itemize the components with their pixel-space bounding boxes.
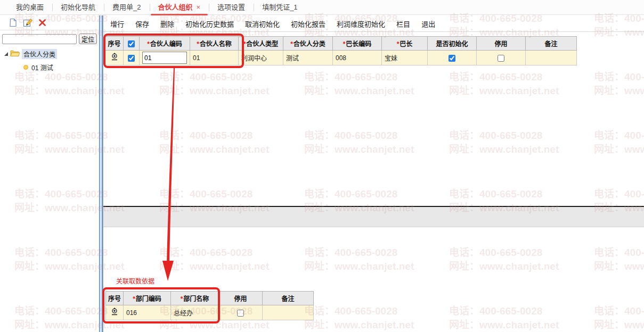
required-asterisk: * [343, 40, 346, 48]
column-header: *部门编码 [124, 292, 171, 305]
cell-text-input[interactable] [142, 52, 187, 64]
cell-text[interactable]: 测试 [283, 51, 333, 65]
tree-node-root[interactable]: 合伙人分类 [4, 49, 99, 59]
row-checkbox[interactable] [128, 55, 135, 62]
edit-icon[interactable] [23, 18, 33, 27]
row-checkbox[interactable] [498, 55, 504, 62]
table-row: 016总经办 [106, 305, 314, 320]
column-header: 序号 [106, 292, 124, 305]
column-header: 停用 [477, 37, 526, 51]
cell-text[interactable] [263, 305, 314, 320]
app-window: 我的桌面初始化导航费用单_2合伙人组织×选项设置填制凭证_1 定位 合伙 [0, 0, 644, 332]
row-checkbox[interactable] [449, 55, 455, 62]
tab-label: 填制凭证_1 [262, 3, 297, 11]
locate-button[interactable]: 定位 [79, 34, 97, 44]
select-all-checkbox[interactable] [128, 40, 135, 47]
cell-checkbox[interactable] [477, 51, 526, 65]
column-header: *部门名称 [171, 292, 219, 305]
column-header: 是否初始化 [428, 37, 477, 51]
required-asterisk: * [290, 40, 293, 48]
new-document-icon[interactable] [9, 18, 18, 27]
required-asterisk: * [397, 40, 400, 48]
grid-scrollbar-track[interactable] [103, 207, 644, 227]
locate-icon [110, 308, 119, 316]
tree-node-child[interactable]: 01 测试 [23, 63, 99, 72]
tree-search-input[interactable] [2, 34, 77, 44]
grid-bottom-border [103, 206, 644, 207]
toolbar-button-5[interactable]: 取消初始化 [245, 19, 280, 29]
column-header: *合伙人编码 [140, 37, 190, 51]
column-header: *巴长编码 [333, 37, 382, 51]
tab-bar: 我的桌面初始化导航费用单_2合伙人组织×选项设置填制凭证_1 [0, 0, 644, 15]
tab-label: 费用单_2 [112, 3, 141, 11]
required-asterisk: * [133, 295, 135, 303]
partner-grid: 序号*合伙人编码*合伙人名称*合伙人类型*合伙人分类*巴长编码*巴长是否初始化停… [105, 36, 577, 65]
annotation-label: 关联取数依据 [116, 276, 154, 285]
tab-label: 选项设置 [217, 3, 245, 11]
cell-checkbox[interactable] [428, 51, 477, 65]
toolbar-button-8[interactable]: 栏目 [396, 19, 410, 29]
cell-text[interactable]: 008 [333, 51, 382, 65]
toolbar-button-4[interactable]: 初始化历史数据 [185, 19, 234, 29]
sidebar: 定位 合伙人分类 01 测试 [0, 15, 99, 332]
tab-3[interactable]: 费用单_2 [104, 0, 149, 15]
tree-root-label: 合伙人分类 [22, 49, 57, 59]
column-header: *合伙人名称 [190, 37, 239, 51]
cell-text[interactable]: 利润中心 [239, 51, 283, 65]
delete-icon[interactable] [38, 19, 46, 27]
toolbar-button-7[interactable]: 利润维度初始化 [337, 19, 385, 29]
locate-icon [110, 53, 119, 61]
required-asterisk: * [147, 40, 150, 48]
toolbar-button-1[interactable]: 增行 [110, 19, 124, 29]
column-header: *合伙人类型 [239, 37, 283, 51]
tab-label: 合伙人组织 [158, 3, 193, 11]
column-header: 备注 [263, 292, 314, 305]
row-checkbox[interactable] [237, 310, 244, 317]
tab-5[interactable]: 选项设置 [209, 0, 254, 15]
toolbar-button-9[interactable]: 退出 [421, 19, 435, 29]
tree-search-bar: 定位 [0, 30, 99, 45]
row-locate-cell[interactable] [105, 51, 124, 65]
sidebar-toolbar [0, 15, 99, 30]
required-asterisk: * [243, 40, 246, 48]
tree-children: 01 测试 [4, 63, 99, 72]
cell-text[interactable]: 宝妹 [382, 51, 428, 65]
folder-icon [10, 49, 20, 59]
toolbar-button-6[interactable]: 初始化报告 [291, 19, 325, 29]
column-header: *巴长 [382, 37, 428, 51]
required-asterisk: * [181, 295, 183, 303]
column-header: 序号 [105, 37, 124, 51]
tab-label: 初始化导航 [61, 3, 95, 11]
select-all-header [124, 37, 140, 51]
tree-child-label: 01 测试 [31, 63, 53, 72]
cell-editor[interactable] [140, 51, 190, 65]
tab-2[interactable]: 初始化导航 [52, 0, 104, 15]
cell-text[interactable]: 总经办 [171, 305, 219, 320]
column-header: 备注 [526, 37, 577, 51]
column-header: *合伙人分类 [283, 37, 333, 51]
tab-4[interactable]: 合伙人组织× [150, 0, 209, 15]
table-row: 01利润中心测试008宝妹 [105, 51, 577, 65]
tree-leaf-icon [23, 65, 28, 70]
splitter-handle[interactable] [99, 15, 103, 332]
department-grid: 序号*部门编码*部门名称停用备注016总经办 [105, 291, 314, 320]
tab-label: 我的桌面 [16, 3, 44, 11]
tab-close-icon[interactable]: × [197, 3, 201, 11]
required-asterisk: * [197, 40, 199, 48]
tab-1[interactable]: 我的桌面 [7, 0, 52, 15]
main-toolbar: 增行保存删除初始化历史数据取消初始化初始化报告利润维度初始化栏目退出 [103, 15, 644, 32]
cell-checkbox[interactable] [219, 305, 263, 320]
cell-text[interactable]: 016 [124, 305, 171, 320]
cell-checkbox[interactable] [124, 51, 140, 65]
classification-tree: 合伙人分类 01 测试 [0, 45, 99, 72]
row-locate-cell[interactable] [106, 305, 124, 320]
cell-text[interactable]: 01 [190, 51, 239, 65]
column-header: 停用 [219, 292, 263, 305]
tree-expand-icon[interactable] [4, 52, 8, 56]
toolbar-button-3[interactable]: 删除 [160, 19, 174, 29]
cell-text[interactable] [526, 51, 577, 65]
tab-6[interactable]: 填制凭证_1 [254, 0, 306, 15]
toolbar-button-2[interactable]: 保存 [135, 19, 149, 29]
